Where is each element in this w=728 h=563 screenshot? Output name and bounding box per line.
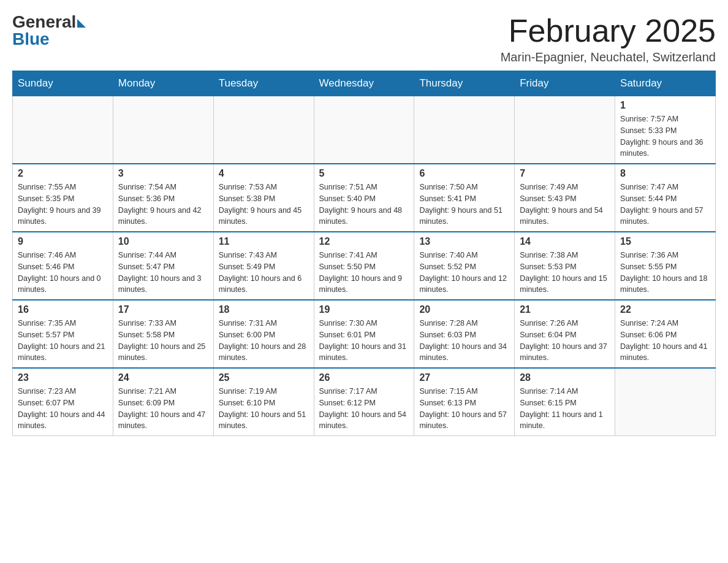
calendar-cell: [414, 96, 515, 164]
calendar-cell: 7Sunrise: 7:49 AM Sunset: 5:43 PM Daylig…: [515, 164, 615, 232]
logo: General Blue: [12, 12, 86, 49]
day-number: 26: [319, 372, 409, 383]
day-info: Sunrise: 7:53 AM Sunset: 5:38 PM Dayligh…: [219, 182, 309, 228]
weekday-header-row: SundayMondayTuesdayWednesdayThursdayFrid…: [13, 71, 716, 96]
day-number: 2: [18, 168, 108, 179]
day-info: Sunrise: 7:54 AM Sunset: 5:36 PM Dayligh…: [118, 182, 208, 228]
day-number: 9: [18, 236, 108, 247]
day-number: 18: [219, 304, 309, 315]
day-number: 8: [620, 168, 710, 179]
day-info: Sunrise: 7:36 AM Sunset: 5:55 PM Dayligh…: [620, 250, 710, 296]
calendar-cell: 6Sunrise: 7:50 AM Sunset: 5:41 PM Daylig…: [414, 164, 515, 232]
day-info: Sunrise: 7:26 AM Sunset: 6:04 PM Dayligh…: [520, 318, 610, 364]
weekday-header-wednesday: Wednesday: [314, 71, 414, 96]
day-number: 24: [118, 372, 208, 383]
calendar-cell: 14Sunrise: 7:38 AM Sunset: 5:53 PM Dayli…: [515, 232, 615, 300]
calendar-cell: 11Sunrise: 7:43 AM Sunset: 5:49 PM Dayli…: [213, 232, 314, 300]
calendar-cell: [515, 96, 615, 164]
day-number: 11: [219, 236, 309, 247]
calendar-cell: 2Sunrise: 7:55 AM Sunset: 5:35 PM Daylig…: [13, 164, 113, 232]
weekday-header-monday: Monday: [113, 71, 213, 96]
calendar-cell: 16Sunrise: 7:35 AM Sunset: 5:57 PM Dayli…: [13, 300, 113, 368]
day-number: 17: [118, 304, 208, 315]
day-info: Sunrise: 7:51 AM Sunset: 5:40 PM Dayligh…: [319, 182, 409, 228]
calendar-cell: 8Sunrise: 7:47 AM Sunset: 5:44 PM Daylig…: [615, 164, 716, 232]
calendar-cell: 12Sunrise: 7:41 AM Sunset: 5:50 PM Dayli…: [314, 232, 414, 300]
calendar-cell: 23Sunrise: 7:23 AM Sunset: 6:07 PM Dayli…: [13, 368, 113, 436]
week-row-4: 16Sunrise: 7:35 AM Sunset: 5:57 PM Dayli…: [13, 300, 716, 368]
day-info: Sunrise: 7:35 AM Sunset: 5:57 PM Dayligh…: [18, 318, 108, 364]
calendar-cell: [113, 96, 213, 164]
day-info: Sunrise: 7:21 AM Sunset: 6:09 PM Dayligh…: [118, 386, 208, 432]
day-number: 7: [520, 168, 610, 179]
calendar-cell: 13Sunrise: 7:40 AM Sunset: 5:52 PM Dayli…: [414, 232, 515, 300]
week-row-3: 9Sunrise: 7:46 AM Sunset: 5:46 PM Daylig…: [13, 232, 716, 300]
day-number: 22: [620, 304, 710, 315]
calendar-cell: 22Sunrise: 7:24 AM Sunset: 6:06 PM Dayli…: [615, 300, 716, 368]
day-info: Sunrise: 7:17 AM Sunset: 6:12 PM Dayligh…: [319, 386, 409, 432]
logo-blue-text: Blue: [12, 29, 50, 49]
calendar-cell: 24Sunrise: 7:21 AM Sunset: 6:09 PM Dayli…: [113, 368, 213, 436]
weekday-header-friday: Friday: [515, 71, 615, 96]
weekday-header-tuesday: Tuesday: [213, 71, 314, 96]
weekday-header-thursday: Thursday: [414, 71, 515, 96]
calendar-cell: 26Sunrise: 7:17 AM Sunset: 6:12 PM Dayli…: [314, 368, 414, 436]
day-info: Sunrise: 7:44 AM Sunset: 5:47 PM Dayligh…: [118, 250, 208, 296]
day-info: Sunrise: 7:40 AM Sunset: 5:52 PM Dayligh…: [419, 250, 509, 296]
day-number: 5: [319, 168, 409, 179]
calendar-cell: 4Sunrise: 7:53 AM Sunset: 5:38 PM Daylig…: [213, 164, 314, 232]
page-header: General Blue February 2025 Marin-Epagnie…: [12, 12, 716, 64]
calendar-cell: 25Sunrise: 7:19 AM Sunset: 6:10 PM Dayli…: [213, 368, 314, 436]
weekday-header-saturday: Saturday: [615, 71, 716, 96]
day-info: Sunrise: 7:38 AM Sunset: 5:53 PM Dayligh…: [520, 250, 610, 296]
day-number: 25: [219, 372, 309, 383]
day-number: 16: [18, 304, 108, 315]
day-info: Sunrise: 7:23 AM Sunset: 6:07 PM Dayligh…: [18, 386, 108, 432]
day-number: 27: [419, 372, 509, 383]
calendar-cell: 21Sunrise: 7:26 AM Sunset: 6:04 PM Dayli…: [515, 300, 615, 368]
day-info: Sunrise: 7:15 AM Sunset: 6:13 PM Dayligh…: [419, 386, 509, 432]
location: Marin-Epagnier, Neuchatel, Switzerland: [501, 50, 716, 64]
day-info: Sunrise: 7:43 AM Sunset: 5:49 PM Dayligh…: [219, 250, 309, 296]
calendar-cell: 9Sunrise: 7:46 AM Sunset: 5:46 PM Daylig…: [13, 232, 113, 300]
calendar-cell: 1Sunrise: 7:57 AM Sunset: 5:33 PM Daylig…: [615, 96, 716, 164]
day-number: 28: [520, 372, 610, 383]
calendar-cell: 3Sunrise: 7:54 AM Sunset: 5:36 PM Daylig…: [113, 164, 213, 232]
day-number: 23: [18, 372, 108, 383]
calendar-cell: 27Sunrise: 7:15 AM Sunset: 6:13 PM Dayli…: [414, 368, 515, 436]
day-number: 21: [520, 304, 610, 315]
day-number: 10: [118, 236, 208, 247]
day-number: 12: [319, 236, 409, 247]
day-info: Sunrise: 7:30 AM Sunset: 6:01 PM Dayligh…: [319, 318, 409, 364]
calendar-cell: 5Sunrise: 7:51 AM Sunset: 5:40 PM Daylig…: [314, 164, 414, 232]
day-info: Sunrise: 7:50 AM Sunset: 5:41 PM Dayligh…: [419, 182, 509, 228]
week-row-1: 1Sunrise: 7:57 AM Sunset: 5:33 PM Daylig…: [13, 96, 716, 164]
day-info: Sunrise: 7:31 AM Sunset: 6:00 PM Dayligh…: [219, 318, 309, 364]
month-title: February 2025: [501, 12, 716, 49]
calendar-cell: 18Sunrise: 7:31 AM Sunset: 6:00 PM Dayli…: [213, 300, 314, 368]
day-number: 20: [419, 304, 509, 315]
calendar-cell: 28Sunrise: 7:14 AM Sunset: 6:15 PM Dayli…: [515, 368, 615, 436]
day-info: Sunrise: 7:33 AM Sunset: 5:58 PM Dayligh…: [118, 318, 208, 364]
title-area: February 2025 Marin-Epagnier, Neuchatel,…: [501, 12, 716, 64]
calendar-cell: 15Sunrise: 7:36 AM Sunset: 5:55 PM Dayli…: [615, 232, 716, 300]
day-info: Sunrise: 7:41 AM Sunset: 5:50 PM Dayligh…: [319, 250, 409, 296]
calendar-cell: 17Sunrise: 7:33 AM Sunset: 5:58 PM Dayli…: [113, 300, 213, 368]
day-info: Sunrise: 7:55 AM Sunset: 5:35 PM Dayligh…: [18, 182, 108, 228]
day-number: 3: [118, 168, 208, 179]
day-info: Sunrise: 7:49 AM Sunset: 5:43 PM Dayligh…: [520, 182, 610, 228]
day-info: Sunrise: 7:14 AM Sunset: 6:15 PM Dayligh…: [520, 386, 610, 432]
calendar-cell: [615, 368, 716, 436]
day-number: 19: [319, 304, 409, 315]
day-info: Sunrise: 7:19 AM Sunset: 6:10 PM Dayligh…: [219, 386, 309, 432]
day-info: Sunrise: 7:47 AM Sunset: 5:44 PM Dayligh…: [620, 182, 710, 228]
weekday-header-sunday: Sunday: [13, 71, 113, 96]
calendar-cell: [13, 96, 113, 164]
day-info: Sunrise: 7:24 AM Sunset: 6:06 PM Dayligh…: [620, 318, 710, 364]
day-number: 13: [419, 236, 509, 247]
week-row-2: 2Sunrise: 7:55 AM Sunset: 5:35 PM Daylig…: [13, 164, 716, 232]
calendar-cell: 10Sunrise: 7:44 AM Sunset: 5:47 PM Dayli…: [113, 232, 213, 300]
logo-arrow-icon: [77, 19, 86, 28]
calendar-cell: [213, 96, 314, 164]
calendar-cell: 20Sunrise: 7:28 AM Sunset: 6:03 PM Dayli…: [414, 300, 515, 368]
